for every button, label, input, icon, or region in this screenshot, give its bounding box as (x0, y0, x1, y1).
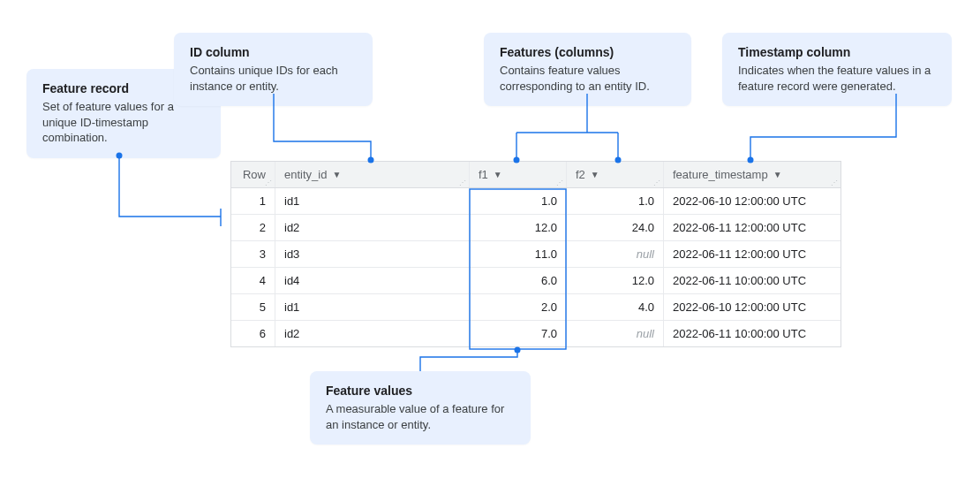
dropdown-icon: ▼ (591, 170, 599, 179)
cell-f2-value: 4.0 (638, 300, 654, 314)
header-label: f1 (479, 168, 488, 181)
cell-f1: 12.0 (470, 215, 567, 240)
cell-row-number: 6 (231, 321, 275, 346)
callout-body: Contains unique IDs for each instance or… (190, 63, 357, 94)
cell-entity-id: id1 (275, 188, 470, 214)
dropdown-icon: ▼ (332, 170, 341, 179)
cell-f2: null (567, 321, 664, 346)
dropdown-icon: ▼ (494, 170, 502, 179)
cell-f1: 11.0 (470, 241, 567, 267)
cell-f2: 4.0 (567, 294, 664, 320)
cell-timestamp: 2022-06-11 10:00:00 UTC (664, 268, 841, 293)
cell-f1-value: 2.0 (541, 300, 557, 314)
cell-timestamp-value: 2022-06-10 12:00:00 UTC (673, 194, 806, 208)
cell-timestamp-value: 2022-06-11 12:00:00 UTC (673, 247, 806, 261)
cell-f2-value: 12.0 (632, 274, 654, 287)
callout-title: Feature values (326, 384, 515, 398)
dropdown-icon: ▼ (773, 170, 782, 179)
cell-entity-id-value: id4 (284, 274, 299, 287)
cell-timestamp: 2022-06-11 12:00:00 UTC (664, 215, 841, 240)
table-header-row: Row ⋰ entity_id ▼ ⋰ f1 ▼ ⋰ f2 ▼ ⋰ featur… (231, 162, 841, 188)
diagram-stage: Feature record Set of feature values for… (0, 0, 980, 479)
cell-row-number-value: 3 (260, 247, 266, 261)
svg-point-6 (515, 347, 521, 354)
cell-entity-id: id3 (275, 241, 470, 267)
cell-timestamp-value: 2022-06-11 12:00:00 UTC (673, 221, 806, 234)
cell-timestamp-value: 2022-06-11 10:00:00 UTC (673, 327, 806, 340)
header-label: f2 (576, 168, 585, 181)
cell-row-number: 3 (231, 241, 275, 267)
callout-title: Timestamp column (738, 45, 936, 59)
cell-timestamp: 2022-06-10 12:00:00 UTC (664, 294, 841, 320)
cell-row-number-value: 5 (260, 300, 266, 314)
callout-id-column: ID column Contains unique IDs for each i… (174, 33, 373, 106)
table-row: 2id212.024.02022-06-11 12:00:00 UTC (231, 215, 841, 241)
cell-entity-id-value: id2 (284, 327, 299, 340)
cell-entity-id-value: id3 (284, 247, 299, 261)
resize-handle-icon[interactable]: ⋰ (265, 180, 272, 186)
resize-handle-icon[interactable]: ⋰ (459, 180, 466, 186)
callout-body: Indicates when the feature values in a f… (738, 63, 936, 94)
callout-body: Contains feature values corresponding to… (500, 63, 675, 94)
cell-f2: 24.0 (567, 215, 664, 240)
callout-title: Features (columns) (500, 45, 675, 59)
callout-timestamp-column: Timestamp column Indicates when the feat… (722, 33, 952, 106)
cell-row-number: 5 (231, 294, 275, 320)
data-table: Row ⋰ entity_id ▼ ⋰ f1 ▼ ⋰ f2 ▼ ⋰ featur… (230, 161, 841, 347)
cell-f1-value: 1.0 (541, 194, 557, 208)
cell-row-number: 1 (231, 188, 275, 214)
cell-f2-value: null (637, 327, 654, 340)
cell-f1-value: 6.0 (541, 274, 557, 287)
resize-handle-icon[interactable]: ⋰ (831, 180, 838, 186)
column-header-row[interactable]: Row ⋰ (231, 162, 275, 187)
cell-entity-id-value: id1 (284, 194, 299, 208)
resize-handle-icon[interactable]: ⋰ (653, 180, 660, 186)
cell-f1: 7.0 (470, 321, 567, 346)
cell-f2-value: 1.0 (638, 194, 654, 208)
table-row: 3id311.0null2022-06-11 12:00:00 UTC (231, 241, 841, 268)
cell-f2-value: null (637, 247, 654, 261)
cell-timestamp-value: 2022-06-10 12:00:00 UTC (673, 300, 806, 314)
column-header-f2[interactable]: f2 ▼ ⋰ (567, 162, 664, 187)
table-row: 1id11.01.02022-06-10 12:00:00 UTC (231, 188, 841, 215)
header-label: Row (243, 168, 266, 181)
cell-entity-id: id2 (275, 215, 470, 240)
cell-entity-id: id4 (275, 268, 470, 293)
cell-row-number: 2 (231, 215, 275, 240)
cell-row-number-value: 4 (260, 274, 266, 287)
cell-f1: 2.0 (470, 294, 567, 320)
callout-title: ID column (190, 45, 357, 59)
cell-f1-value: 12.0 (535, 221, 557, 234)
resize-handle-icon[interactable]: ⋰ (556, 180, 563, 186)
cell-timestamp: 2022-06-11 10:00:00 UTC (664, 321, 841, 346)
cell-f2: 12.0 (567, 268, 664, 293)
cell-f1: 6.0 (470, 268, 567, 293)
column-header-entity-id[interactable]: entity_id ▼ ⋰ (275, 162, 470, 187)
table-row: 4id46.012.02022-06-11 10:00:00 UTC (231, 268, 841, 294)
cell-timestamp-value: 2022-06-11 10:00:00 UTC (673, 274, 806, 287)
table-row: 5id12.04.02022-06-10 12:00:00 UTC (231, 294, 841, 321)
header-label: entity_id (284, 168, 327, 181)
cell-entity-id-value: id2 (284, 221, 299, 234)
cell-row-number-value: 1 (260, 194, 266, 208)
column-header-feature-timestamp[interactable]: feature_timestamp ▼ ⋰ (664, 162, 841, 187)
column-header-f1[interactable]: f1 ▼ ⋰ (470, 162, 567, 187)
cell-row-number-value: 6 (260, 327, 266, 340)
cell-timestamp: 2022-06-10 12:00:00 UTC (664, 188, 841, 214)
callout-feature-values: Feature values A measurable value of a f… (310, 371, 531, 445)
cell-f2: 1.0 (567, 188, 664, 214)
header-label: feature_timestamp (673, 168, 768, 181)
cell-row-number: 4 (231, 268, 275, 293)
cell-entity-id-value: id1 (284, 300, 299, 314)
cell-entity-id: id1 (275, 294, 470, 320)
callout-features-columns: Features (columns) Contains feature valu… (484, 33, 691, 106)
cell-f1: 1.0 (470, 188, 567, 214)
table-body: 1id11.01.02022-06-10 12:00:00 UTC2id212.… (231, 188, 841, 346)
cell-row-number-value: 2 (260, 221, 266, 234)
cell-f1-value: 7.0 (541, 327, 557, 340)
callout-body: A measurable value of a feature for an i… (326, 401, 515, 432)
cell-entity-id: id2 (275, 321, 470, 346)
table-row: 6id27.0null2022-06-11 10:00:00 UTC (231, 321, 841, 346)
cell-timestamp: 2022-06-11 12:00:00 UTC (664, 241, 841, 267)
cell-f2-value: 24.0 (632, 221, 654, 234)
